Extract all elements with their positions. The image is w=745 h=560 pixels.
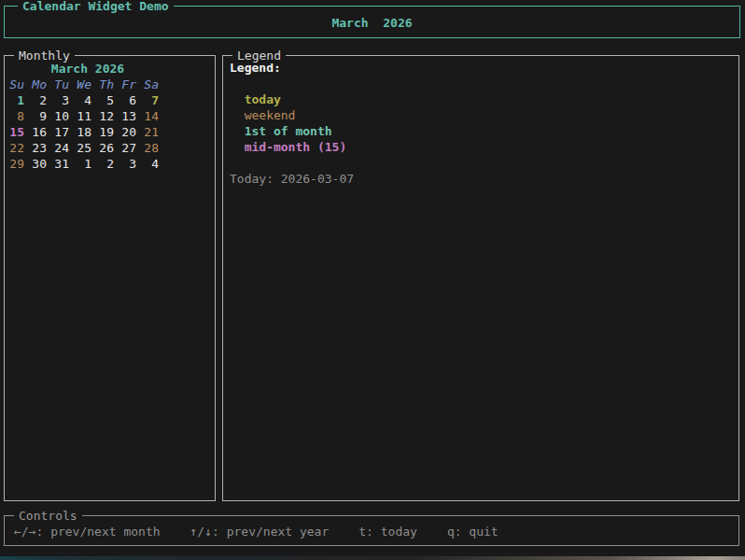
weekday-header: Mo [32,77,54,92]
monthly-panel: Monthly March 2026 SuMoTuWeThFrSa 123456… [4,55,216,501]
window-edge [0,556,745,560]
calendar-day[interactable]: 1 [77,156,99,172]
weekday-header-row: SuMoTuWeThFrSa [9,77,166,92]
calendar-day[interactable]: 3 [54,92,77,108]
keyboard-hint: ↑/↓: prev/next year [190,524,330,539]
app-header-panel: Calendar Widget Demo March 2026 [4,6,740,38]
calendar-day[interactable]: 14 [144,108,166,124]
calendar-day[interactable]: 9 [32,108,54,124]
calendar-week-row: 15161718192021 [9,124,166,140]
legend-item-weekend: weekend [230,107,738,123]
calendar-day[interactable]: 24 [54,140,77,156]
calendar-week-row: 2930311234 [9,156,166,172]
weekday-header: Tu [54,77,77,92]
calendar-day[interactable]: 29 [9,156,32,172]
header-month-year: March 2026 [5,15,739,31]
legend-today-date: Today: 2026-03-07 [230,171,738,187]
calendar-day[interactable]: 21 [144,124,166,140]
calendar-day[interactable]: 12 [99,108,121,124]
calendar-day[interactable]: 18 [77,124,99,140]
controls-panel: Controls ←/→: prev/next month↑/↓: prev/n… [4,515,739,546]
calendar-day[interactable]: 19 [99,124,121,140]
keyboard-hint: ←/→: prev/next month [14,524,161,539]
legend-heading: Legend: [230,60,738,76]
legend-item-first: 1st of month [230,123,738,139]
weekday-header: Fr [121,77,144,92]
calendar-day[interactable]: 3 [121,156,144,172]
calendar-day[interactable]: 31 [54,156,77,172]
calendar-grid: 1234567891011121314151617181920212223242… [9,92,215,172]
legend-item-mid: mid-month (15) [230,139,738,155]
calendar-day[interactable]: 26 [99,140,121,156]
calendar-day[interactable]: 23 [32,140,54,156]
calendar-day[interactable]: 5 [99,92,121,108]
calendar-day[interactable]: 8 [9,108,32,124]
calendar-day[interactable]: 2 [32,92,54,108]
calendar-day[interactable]: 11 [77,108,99,124]
calendar-day[interactable]: 4 [144,156,166,172]
legend-items: today weekend 1st of month mid-month (15… [230,91,738,155]
calendar-day[interactable]: 20 [121,124,144,140]
calendar-day[interactable]: 25 [77,140,99,156]
calendar-day[interactable]: 10 [54,108,77,124]
calendar-day[interactable]: 7 [144,92,166,108]
keyboard-hint: t: today [358,524,417,539]
calendar-day[interactable]: 22 [9,140,32,156]
weekday-header: Su [9,77,32,92]
weekday-header: Sa [144,77,166,92]
calendar-day[interactable]: 28 [144,140,166,156]
calendar-day[interactable]: 16 [32,124,54,140]
legend-panel: Legend Legend: today weekend 1st of mont… [222,55,739,501]
calendar-day[interactable]: 17 [54,124,77,140]
keyboard-hints: ←/→: prev/next month↑/↓: prev/next yeart… [5,516,738,539]
calendar-day[interactable]: 2 [99,156,121,172]
keyboard-hint: q: quit [447,524,499,539]
calendar-week-row: 22232425262728 [9,140,166,156]
calendar-day[interactable]: 6 [121,92,144,108]
legend-item-today: today [230,91,738,107]
monthly-panel-title: Monthly [14,48,75,63]
terminal-screen: { "colors": { "background": "#191919", "… [0,0,745,560]
calendar-day[interactable]: 13 [121,108,144,124]
controls-panel-title: Controls [14,508,82,524]
spacer [230,76,738,91]
calendar-day[interactable]: 27 [121,140,144,156]
calendar-week-row: 891011121314 [9,108,166,124]
calendar-day[interactable]: 1 [9,92,32,108]
calendar-widget: March 2026 SuMoTuWeThFrSa 12345678910111… [5,56,215,172]
weekday-header: We [77,77,99,92]
legend-body: Legend: today weekend 1st of month mid-m… [223,56,738,187]
calendar-day[interactable]: 30 [32,156,54,172]
calendar-day[interactable]: 4 [77,92,99,108]
calendar-week-row: 1234567 [9,92,166,108]
calendar-day[interactable]: 15 [9,124,32,140]
weekday-header: Th [99,77,121,92]
legend-panel-title: Legend [232,48,286,63]
app-title: Calendar Widget Demo [18,0,174,14]
